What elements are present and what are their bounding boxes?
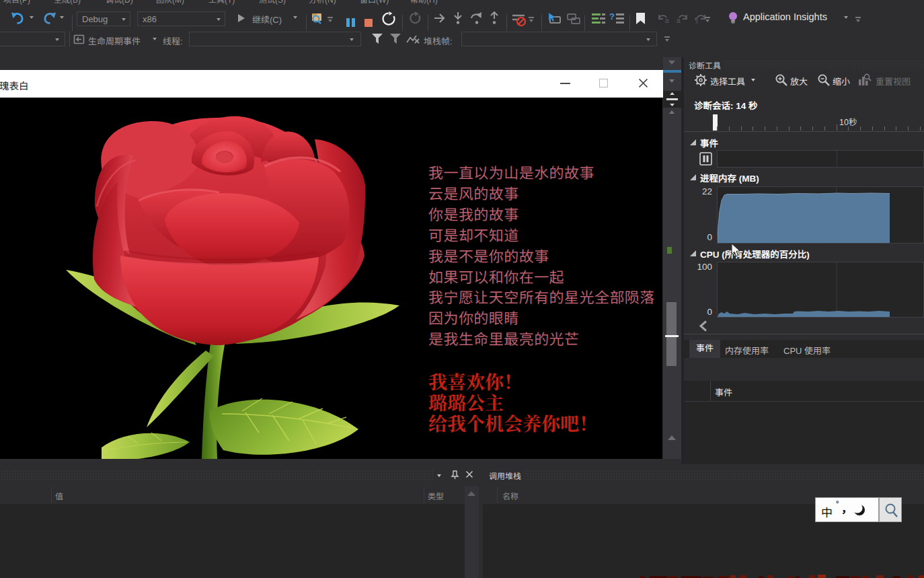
svg-text:¶: ¶	[695, 17, 698, 24]
svg-text:?: ?	[609, 11, 615, 22]
svg-text:a: a	[677, 17, 681, 24]
svg-text:a: a	[665, 17, 669, 24]
